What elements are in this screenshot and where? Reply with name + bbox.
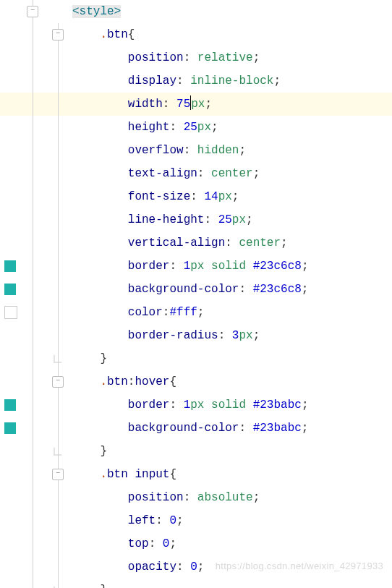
fold-gutter-inner[interactable] (43, 509, 72, 532)
code-text[interactable]: background-color: #23babc; (72, 417, 392, 440)
code-text[interactable]: border-radius: 3px; (72, 324, 392, 347)
fold-gutter-inner[interactable] (43, 532, 72, 555)
code-line[interactable]: − .btn:hover{ (0, 370, 392, 393)
code-text[interactable]: <style> (72, 0, 392, 23)
color-swatch-icon[interactable] (4, 284, 16, 295)
color-swatch-icon[interactable] (4, 260, 16, 272)
fold-gutter-inner[interactable] (43, 324, 72, 347)
fold-gutter-outer[interactable] (22, 93, 43, 116)
fold-gutter-inner[interactable] (43, 185, 72, 208)
fold-gutter-outer[interactable] (22, 324, 43, 347)
code-line[interactable]: − .btn{ (0, 23, 392, 46)
fold-gutter-inner[interactable]: − (43, 23, 72, 46)
marker-gutter[interactable] (0, 532, 22, 555)
fold-gutter-outer[interactable] (22, 231, 43, 255)
code-line[interactable]: border: 1px solid #23babc; (0, 393, 392, 417)
code-text[interactable]: height: 25px; (72, 116, 392, 139)
code-line[interactable]: vertical-align: center; (0, 231, 392, 255)
fold-gutter-outer[interactable] (22, 46, 43, 69)
code-text[interactable]: } (72, 579, 392, 588)
code-line[interactable]: width: 75px; (0, 93, 392, 116)
color-swatch-empty-icon[interactable] (4, 306, 17, 319)
code-line[interactable]: border-radius: 3px; (0, 324, 392, 347)
code-text[interactable]: vertical-align: center; (72, 231, 392, 255)
fold-gutter-outer[interactable] (22, 393, 43, 417)
marker-gutter[interactable] (0, 440, 22, 463)
marker-gutter[interactable] (0, 139, 22, 162)
code-line[interactable]: − .btn input{ (0, 463, 392, 486)
code-text[interactable]: position: relative; (72, 46, 392, 69)
color-swatch-icon[interactable] (4, 399, 16, 411)
code-line[interactable]: left: 0; (0, 509, 392, 532)
fold-gutter-inner[interactable] (43, 162, 72, 185)
marker-gutter[interactable] (0, 162, 22, 185)
code-text[interactable]: text-align: center; (72, 162, 392, 185)
marker-gutter[interactable] (0, 23, 22, 46)
code-line[interactable]: line-height: 25px; (0, 208, 392, 231)
fold-toggle-icon[interactable]: − (52, 469, 64, 480)
fold-gutter-inner[interactable] (43, 0, 72, 23)
code-editor[interactable]: −<style>− .btn{ position: relative; disp… (0, 0, 392, 588)
fold-gutter-outer[interactable] (22, 347, 43, 370)
color-swatch-icon[interactable] (4, 422, 16, 434)
fold-gutter-inner[interactable] (43, 69, 72, 93)
code-line[interactable]: } (0, 440, 392, 463)
fold-gutter-inner[interactable] (43, 347, 72, 370)
fold-gutter-outer[interactable] (22, 301, 43, 324)
fold-gutter-outer[interactable] (22, 417, 43, 440)
marker-gutter[interactable] (0, 0, 22, 23)
code-text[interactable]: background-color: #23c6c8; (72, 278, 392, 301)
fold-gutter-outer[interactable] (22, 185, 43, 208)
code-text[interactable]: .btn{ (72, 23, 392, 46)
code-text[interactable]: .btn:hover{ (72, 370, 392, 393)
fold-gutter-outer[interactable] (22, 23, 43, 46)
fold-gutter-inner[interactable] (43, 255, 72, 278)
fold-gutter-inner[interactable] (43, 301, 72, 324)
fold-gutter-outer[interactable]: − (22, 0, 43, 23)
marker-gutter[interactable] (0, 417, 22, 440)
fold-gutter-inner[interactable] (43, 231, 72, 255)
fold-gutter-inner[interactable] (43, 139, 72, 162)
marker-gutter[interactable] (0, 370, 22, 393)
marker-gutter[interactable] (0, 93, 22, 116)
fold-gutter-inner[interactable] (43, 46, 72, 69)
fold-toggle-icon[interactable]: − (27, 6, 38, 17)
code-text[interactable]: top: 0; (72, 532, 392, 555)
marker-gutter[interactable] (0, 255, 22, 278)
fold-gutter-outer[interactable] (22, 69, 43, 93)
code-line[interactable]: −<style> (0, 0, 392, 23)
code-line[interactable]: position: relative; (0, 46, 392, 69)
marker-gutter[interactable] (0, 46, 22, 69)
fold-gutter-outer[interactable] (22, 532, 43, 555)
fold-gutter-outer[interactable] (22, 370, 43, 393)
marker-gutter[interactable] (0, 486, 22, 509)
fold-gutter-inner[interactable] (43, 393, 72, 417)
fold-gutter-inner[interactable] (43, 417, 72, 440)
fold-gutter-outer[interactable] (22, 509, 43, 532)
marker-gutter[interactable] (0, 301, 22, 324)
code-line[interactable]: border: 1px solid #23c6c8; (0, 255, 392, 278)
code-line[interactable]: } (0, 347, 392, 370)
code-text[interactable]: display: inline-block; (72, 69, 392, 93)
code-text[interactable]: } (72, 347, 392, 370)
fold-gutter-inner[interactable] (43, 440, 72, 463)
fold-gutter-inner[interactable] (43, 93, 72, 116)
fold-gutter-inner[interactable]: − (43, 463, 72, 486)
fold-gutter-outer[interactable] (22, 486, 43, 509)
marker-gutter[interactable] (0, 509, 22, 532)
code-line[interactable]: text-align: center; (0, 162, 392, 185)
code-line[interactable]: overflow: hidden; (0, 139, 392, 162)
code-line[interactable]: color:#fff; (0, 301, 392, 324)
fold-gutter-outer[interactable] (22, 162, 43, 185)
fold-gutter-outer[interactable] (22, 116, 43, 139)
marker-gutter[interactable] (0, 185, 22, 208)
fold-gutter-inner[interactable] (43, 208, 72, 231)
fold-gutter-outer[interactable] (22, 278, 43, 301)
fold-gutter-inner[interactable] (43, 579, 72, 588)
code-text[interactable]: } (72, 440, 392, 463)
code-text[interactable]: color:#fff; (72, 301, 392, 324)
fold-gutter-outer[interactable] (22, 579, 43, 588)
code-text[interactable]: line-height: 25px; (72, 208, 392, 231)
code-line[interactable]: display: inline-block; (0, 69, 392, 93)
code-line[interactable]: background-color: #23babc; (0, 417, 392, 440)
